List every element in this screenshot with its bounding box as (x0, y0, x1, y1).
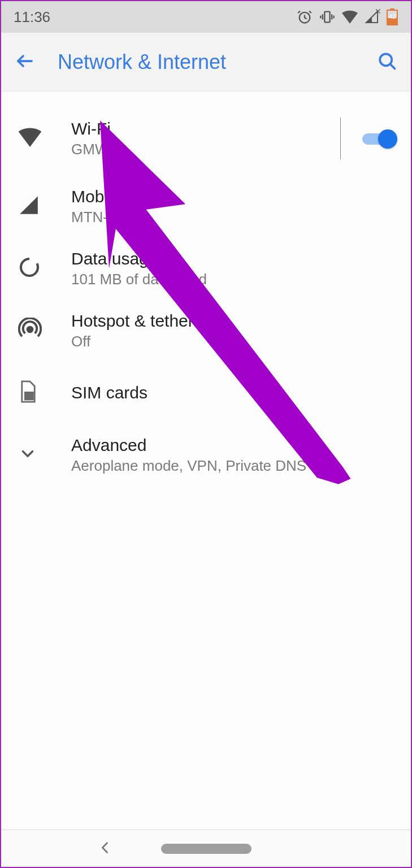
divider (340, 118, 341, 159)
row-title: Hotspot & tethering (71, 311, 397, 331)
back-button[interactable] (15, 51, 35, 73)
row-subtitle: Off (71, 333, 397, 350)
alarm-icon (297, 9, 313, 25)
row-advanced[interactable]: Advanced Aeroplane mode, VPN, Private DN… (1, 424, 411, 486)
status-icons: ✕ 42 (297, 8, 398, 25)
status-time: 11:36 (14, 8, 50, 26)
svg-rect-8 (25, 392, 33, 400)
cellular-status-icon: ✕ (365, 10, 379, 24)
row-sim-cards[interactable]: SIM cards (1, 362, 411, 424)
battery-icon: 42 (386, 8, 398, 25)
row-title: Wi-Fi (71, 119, 340, 138)
row-data-usage[interactable]: Data usage 101 MB of data used (1, 237, 411, 300)
row-hotspot[interactable]: Hotspot & tethering Off (1, 300, 411, 362)
row-subtitle: 101 MB of data used (71, 271, 397, 288)
search-button[interactable] (377, 51, 397, 73)
wifi-status-icon (342, 10, 358, 24)
navigation-bar (1, 830, 411, 867)
row-title: SIM cards (71, 383, 397, 402)
vibrate-icon (319, 9, 335, 25)
svg-point-7 (28, 327, 33, 332)
nav-home-pill[interactable] (161, 844, 251, 854)
cellular-icon (18, 194, 40, 218)
row-title: Advanced (71, 436, 397, 455)
nav-back-button[interactable] (97, 840, 113, 858)
row-subtitle: GMW (71, 141, 340, 158)
chevron-down-icon (18, 444, 37, 466)
row-wifi[interactable]: Wi-Fi GMW (1, 102, 411, 175)
data-usage-icon (18, 256, 41, 281)
row-title: Mobile (71, 187, 397, 206)
status-bar: 11:36 ✕ 42 (1, 1, 411, 33)
hotspot-icon (18, 318, 42, 344)
settings-list: Wi-Fi GMW Mobile MTN-NG (1, 92, 411, 830)
sim-card-icon (18, 380, 38, 406)
svg-rect-1 (324, 12, 329, 23)
row-title: Data usage (71, 249, 397, 268)
row-subtitle: Aeroplane mode, VPN, Private DNS (71, 457, 397, 475)
wifi-toggle[interactable] (362, 128, 397, 149)
page-title: Network & Internet (58, 50, 354, 74)
row-subtitle: MTN-NG (71, 209, 397, 226)
wifi-icon (18, 128, 42, 149)
row-mobile[interactable]: Mobile MTN-NG (1, 175, 411, 237)
app-bar: Network & Internet (1, 33, 411, 92)
